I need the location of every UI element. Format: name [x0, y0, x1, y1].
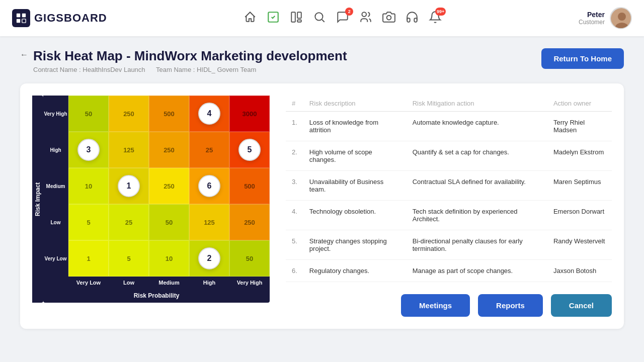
heatmap-cell-4-0: 1	[68, 240, 109, 277]
heatmap-cell-3-0: 5	[68, 204, 109, 240]
heatmap-cell-1-2: 250	[149, 132, 189, 168]
notifications-badge: 99+	[435, 8, 446, 16]
svg-rect-3	[22, 19, 26, 23]
back-button[interactable]: ←	[20, 50, 28, 59]
tasks-nav-icon[interactable]	[267, 11, 280, 26]
row-owner-4: Emerson Dorwart	[547, 201, 612, 230]
table-row-3: 3. Unavailability of Business team. Cont…	[286, 171, 612, 201]
table-row-5: 5. Strategy changes stopping project. Bi…	[286, 230, 612, 260]
row-label-1: High	[43, 132, 68, 168]
page-header-left: ← Risk Heat Map - MindWorx Marketing dev…	[20, 48, 347, 73]
cancel-button[interactable]: Cancel	[551, 294, 612, 317]
svg-rect-2	[17, 19, 20, 23]
body-layout: Risk Impact Very High5025050012003000Hig…	[20, 83, 624, 329]
marker-4: 4	[198, 103, 220, 125]
page-header: ← Risk Heat Map - MindWorx Marketing dev…	[20, 48, 624, 73]
svg-point-8	[315, 13, 323, 20]
col-description: Risk description	[303, 96, 407, 112]
table-row-4: 4. Technology obsoletion. Tech stack def…	[286, 201, 612, 230]
return-home-button[interactable]: Return To Home	[541, 48, 624, 69]
svg-point-12	[618, 13, 626, 21]
heatmap-cell-3-3: 125	[189, 204, 229, 240]
user-role: Customer	[579, 19, 605, 26]
brand-area: GIGSBOARD	[12, 9, 107, 27]
col-label-1: Low	[109, 277, 149, 289]
col-mitigation: Risk Mitigation action	[407, 96, 547, 112]
row-desc-6: Regulatory changes.	[303, 260, 407, 282]
heatmap-grid-wrap: Very High5025050012003000High25125250255…	[43, 96, 270, 303]
brand-name: GIGSBOARD	[34, 12, 107, 25]
row-mitigation-2: Quantify & set a cap for changes.	[407, 141, 547, 171]
row-owner-6: Jaxson Botosh	[547, 260, 612, 282]
team-nav-icon[interactable]	[359, 11, 372, 26]
marker-6: 6	[198, 175, 220, 197]
user-info: Peter Customer	[579, 11, 605, 26]
heatmap-cell-0-4: 3000	[229, 96, 270, 132]
row-num-6: 6.	[286, 260, 303, 282]
heatmap-cell-4-2: 10	[149, 240, 189, 277]
row-label-3: Low	[43, 204, 68, 240]
main-content: ← Risk Heat Map - MindWorx Marketing dev…	[0, 36, 644, 341]
headphones-nav-icon[interactable]	[406, 11, 419, 26]
page-meta: Contract Name : HealthInsDev Launch Team…	[33, 66, 347, 73]
bottom-buttons: Meetings Reports Cancel	[286, 294, 612, 317]
camera-nav-icon[interactable]	[382, 11, 395, 26]
row-label-2: Medium	[43, 168, 68, 204]
search-nav-icon[interactable]	[313, 11, 326, 26]
heatmap-cell-4-4: 50	[229, 240, 270, 277]
team-label: Team Name :	[156, 66, 195, 73]
heatmap-cell-3-4: 250	[229, 204, 270, 240]
row-owner-2: Madelyn Ekstrom	[547, 141, 612, 171]
user-name: Peter	[579, 11, 605, 19]
header-row: # Risk description Risk Mitigation actio…	[286, 96, 612, 112]
prob-label-row: Risk Probability	[43, 289, 270, 303]
marker-1: 1	[118, 175, 140, 197]
heatmap-cell-0-2: 500	[149, 96, 189, 132]
row-mitigation-3: Contractual SLA defined for availability…	[407, 171, 547, 201]
row-owner-5: Randy Westervelt	[547, 230, 612, 260]
home-nav-icon[interactable]	[244, 11, 257, 26]
avatar	[610, 7, 632, 29]
heatmap-section: Risk Impact Very High5025050012003000Hig…	[32, 96, 270, 317]
risk-table: # Risk description Risk Mitigation actio…	[286, 96, 612, 282]
table-row-6: 6. Regulatory changes. Manage as part of…	[286, 260, 612, 282]
row-num-2: 2.	[286, 141, 303, 171]
team-value: HIDL_ Govern Team	[197, 66, 256, 73]
chat-badge: 2	[345, 8, 353, 16]
meetings-button[interactable]: Meetings	[401, 294, 470, 317]
heatmap-container: Very High5025050012003000High25125250255…	[43, 96, 270, 303]
row-owner-1: Terry Rhiel Madsen	[547, 112, 612, 141]
row-mitigation-1: Automate knowledge capture.	[407, 112, 547, 141]
svg-point-9	[362, 12, 367, 17]
heatmap-grid: Very High5025050012003000High25125250255…	[43, 96, 270, 277]
heatmap-cell-4-1: 5	[109, 240, 149, 277]
notifications-nav-icon[interactable]: 99+	[429, 11, 442, 26]
heatmap-cell-0-0: 50	[68, 96, 109, 132]
row-num-3: 3.	[286, 171, 303, 201]
table-header: # Risk description Risk Mitigation actio…	[286, 96, 612, 112]
contract-value: HealthInsDev Launch	[83, 66, 145, 73]
col-owner: Action owner	[547, 96, 612, 112]
col-labels: Very LowLowMediumHighVery High	[43, 277, 270, 289]
page-title-area: Risk Heat Map - MindWorx Marketing devel…	[33, 48, 347, 73]
chat-nav-icon[interactable]: 2	[336, 11, 349, 26]
col-label-3: High	[189, 277, 229, 289]
row-owner-3: Maren Septimus	[547, 171, 612, 201]
table-row-2: 2. High volume of scope changes. Quantif…	[286, 141, 612, 171]
heatmap-cell-2-2: 250	[149, 168, 189, 204]
logo-box	[12, 9, 30, 27]
row-desc-3: Unavailability of Business team.	[303, 171, 407, 201]
reports-button[interactable]: Reports	[478, 294, 543, 317]
col-label-empty	[43, 277, 68, 289]
svg-rect-0	[17, 14, 20, 17]
y-axis-label: Risk Impact	[32, 96, 43, 303]
heatmap-cell-1-3: 25	[189, 132, 229, 168]
heatmap-cell-3-1: 25	[109, 204, 149, 240]
row-mitigation-6: Manage as part of scope changes.	[407, 260, 547, 282]
x-axis-label: Risk Probability	[43, 289, 270, 303]
heatmap-cell-3-2: 50	[149, 204, 189, 240]
row-num-5: 5.	[286, 230, 303, 260]
heatmap-cell-0-1: 250	[109, 96, 149, 132]
contract-label: Contract Name :	[33, 66, 81, 73]
board-nav-icon[interactable]	[290, 11, 303, 26]
